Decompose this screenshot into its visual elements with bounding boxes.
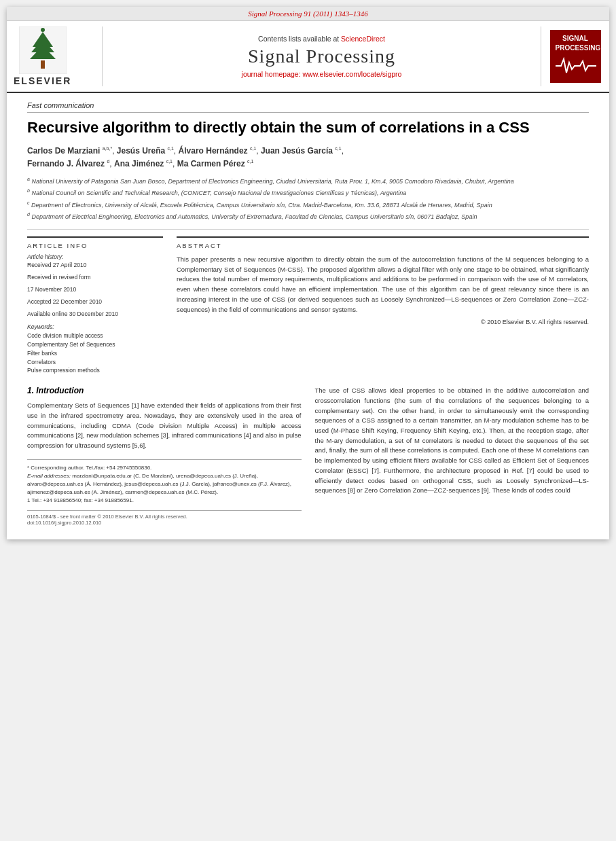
history-available: Available online 30 December 2010 [27, 310, 163, 319]
abstract-text: This paper presents a new recursive algo… [177, 255, 589, 315]
abstract-column: ABSTRACT This paper presents a new recur… [177, 236, 589, 375]
abstract-section: ABSTRACT This paper presents a new recur… [177, 236, 589, 325]
main-content-columns: 1. Introduction Complementary Sets of Se… [27, 386, 589, 526]
keyword-3: Filter banks [27, 349, 163, 358]
section1-para1: Complementary Sets of Sequences [1] have… [27, 401, 302, 451]
history-received: Received 27 April 2010 [27, 262, 163, 270]
affiliation-a: a National University of Patagonia San J… [27, 176, 589, 187]
elsevier-logo-area: ELSEVIER [14, 26, 95, 86]
affiliation-d: d Department of Electrical Engineering, … [27, 211, 589, 222]
introduction-column: 1. Introduction Complementary Sets of Se… [27, 386, 302, 526]
history-accepted: Accepted 22 December 2010 [27, 298, 163, 306]
keyword-4: Correlators [27, 358, 163, 367]
footnotes-section: * Corresponding author. Tel./fax: +54 29… [27, 459, 302, 505]
keyword-1: Code division multiple access [27, 332, 163, 340]
contents-available-line: Contents lists available at ScienceDirec… [258, 35, 385, 43]
elsevier-wordmark: ELSEVIER [14, 75, 71, 86]
history-revised-date: 17 November 2010 [27, 286, 163, 294]
affiliation-b: b National Council on Scientific and Tec… [27, 187, 589, 198]
bottom-notice: 0165-1684/$ - see front matter © 2010 El… [27, 510, 302, 526]
svg-rect-1 [41, 60, 45, 69]
journal-url-line: journal homepage: www.elsevier.com/locat… [242, 70, 402, 78]
footnote-corresponding: * Corresponding author. Tel./fax: +54 29… [27, 464, 302, 472]
keywords-label: Keywords: [27, 323, 163, 330]
copyright-line: © 2010 Elsevier B.V. All rights reserved… [177, 319, 589, 325]
article-title: Recursive algorithm to directly obtain t… [27, 118, 589, 138]
affiliation-c: c Department of Electronics, University … [27, 200, 589, 211]
article-body: Fast communication Recursive algorithm t… [7, 93, 609, 539]
journal-badge: SIGNAL PROCESSING [550, 30, 601, 83]
journal-url-link[interactable]: www.elsevier.com/locate/sigpro [303, 70, 402, 78]
article-info-box: ARTICLE INFO Article history: Received 2… [27, 236, 163, 375]
continuation-column: The use of CSS allows ideal properties t… [315, 386, 590, 526]
section1-para2: The use of CSS allows ideal properties t… [315, 386, 590, 496]
history-revised-label: Received in revised form [27, 274, 163, 282]
keywords-section: Keywords: Code division multiple access … [27, 323, 163, 375]
footnote-emails: E-mail addresses: marziani@unpata.edu.ar… [27, 472, 302, 497]
sciencedirect-link[interactable]: ScienceDirect [341, 35, 385, 43]
authors-block: Carlos De Marziani a,b,*, Jesús Ureña c,… [27, 145, 589, 171]
affiliations-block: a National University of Patagonia San J… [27, 176, 589, 230]
section1-title: 1. Introduction [27, 386, 302, 395]
keyword-2: Complementary Set of Sequences [27, 340, 163, 349]
keyword-5: Pulse compression methods [27, 366, 163, 375]
footnote-tel: 1 Tel.: +34 918856540; fax: +34 91885659… [27, 497, 302, 505]
journal-header: ELSEVIER Contents lists available at Sci… [7, 21, 609, 93]
article-section-label: Fast communication [27, 101, 589, 113]
elsevier-tree-icon [19, 26, 67, 74]
abstract-header: ABSTRACT [177, 242, 589, 249]
article-info-header: ARTICLE INFO [27, 242, 163, 249]
journal-title: Signal Processing [248, 46, 395, 67]
journal-citation: Signal Processing 91 (2011) 1343–1346 [7, 7, 609, 21]
svg-point-5 [41, 28, 45, 32]
journal-center-info: Contents lists available at ScienceDirec… [102, 26, 541, 86]
journal-badge-area: SIGNAL PROCESSING [548, 26, 602, 86]
article-info-column: ARTICLE INFO Article history: Received 2… [27, 236, 163, 375]
history-label: Article history: [27, 253, 163, 260]
info-abstract-columns: ARTICLE INFO Article history: Received 2… [27, 236, 589, 375]
